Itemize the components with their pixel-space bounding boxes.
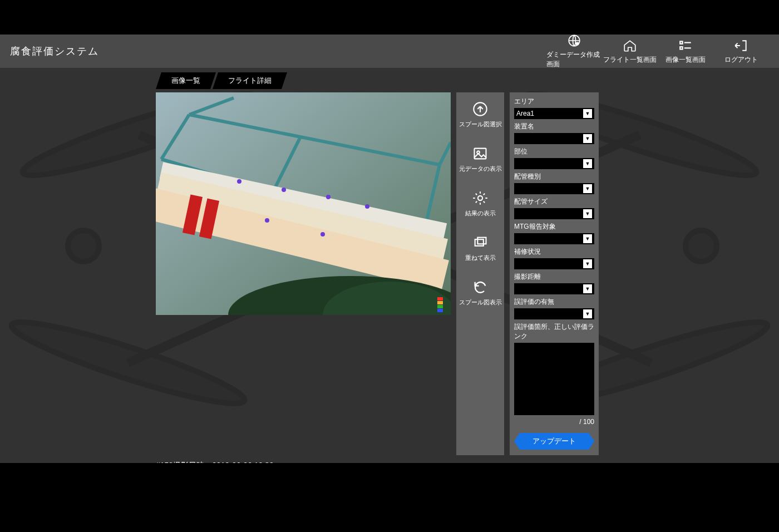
undo-icon — [472, 279, 488, 295]
nav-dummy-data[interactable]: ダミーデータ作成画面 — [546, 35, 602, 69]
action-spool-display[interactable]: スプール図表示 — [456, 270, 504, 315]
inspection-image[interactable] — [156, 92, 451, 315]
label-misrank-note: 誤評価箇所、正しい評価ランク — [514, 322, 594, 341]
label-shoot-distance: 撮影距離 — [514, 272, 594, 282]
label-has-misrank: 誤評価の有無 — [514, 297, 594, 307]
logout-icon — [734, 38, 748, 53]
svg-point-26 — [321, 232, 325, 237]
chevron-down-icon: ▼ — [583, 109, 592, 118]
gear-icon — [472, 190, 488, 206]
select-mtg-target[interactable]: ▼ — [514, 233, 594, 244]
tab-flight-detail[interactable]: フライト詳細 — [213, 72, 287, 89]
label-part: 部位 — [514, 147, 594, 156]
nav-image-list[interactable]: 画像一覧画面 — [658, 38, 713, 65]
label-mtg-target: MTG報告対象 — [514, 222, 594, 231]
app-header: 腐食評価システム ダミーデータ作成画面 フライト一覧画面 画像一覧画面 ログアウ… — [0, 35, 779, 68]
image-action-toolbar: スプール図選択 元データの表示 結果の表示 重ねて表示 スプール図表示 — [456, 92, 504, 455]
label-pipe-type: 配管種別 — [514, 172, 594, 181]
action-overlay[interactable]: 重ねて表示 — [456, 226, 504, 270]
home-icon — [623, 38, 637, 53]
label-repair-status: 補修状況 — [514, 247, 594, 257]
select-part[interactable]: ▼ — [514, 158, 594, 169]
select-area[interactable]: Area1▼ — [514, 108, 594, 119]
update-button[interactable]: アップデート — [514, 433, 594, 450]
meta-shoot-datetime: #159撮影日時：2019-06-06 10:30 — [156, 461, 773, 463]
chevron-down-icon: ▼ — [583, 284, 592, 293]
label-pipe-size: 配管サイズ — [514, 197, 594, 206]
svg-rect-14 — [680, 41, 682, 43]
chevron-down-icon: ▼ — [583, 259, 592, 268]
select-repair-status[interactable]: ▼ — [514, 258, 594, 269]
svg-point-22 — [282, 188, 286, 192]
label-equipment: 装置名 — [514, 122, 594, 131]
select-equipment[interactable]: ▼ — [514, 133, 594, 144]
chevron-down-icon: ▼ — [583, 234, 592, 243]
svg-rect-38 — [477, 237, 486, 244]
nav-logout[interactable]: ログアウト — [713, 38, 769, 65]
svg-rect-37 — [475, 239, 484, 246]
chevron-down-icon: ▼ — [583, 184, 592, 193]
note-char-count: / 100 — [514, 418, 594, 426]
image-icon — [472, 146, 488, 161]
svg-rect-29 — [437, 297, 443, 301]
svg-rect-30 — [437, 301, 443, 304]
view-tabs: 画像一覧 フライト詳細 — [156, 72, 773, 89]
layers-icon — [472, 235, 488, 250]
svg-rect-34 — [475, 148, 486, 159]
select-pipe-size[interactable]: ▼ — [514, 208, 594, 219]
svg-rect-15 — [680, 47, 682, 49]
action-show-original[interactable]: 元データの表示 — [456, 137, 504, 181]
app-title: 腐食評価システム — [10, 45, 99, 58]
action-spool-select[interactable]: スプール図選択 — [456, 92, 504, 137]
select-shoot-distance[interactable]: ▼ — [514, 283, 594, 294]
detail-form: エリア Area1▼ 装置名 ▼ 部位 ▼ 配管種別 ▼ 配管サイズ ▼ MTG… — [510, 92, 599, 455]
select-has-misrank[interactable]: ▼ — [514, 308, 594, 319]
svg-rect-32 — [437, 309, 443, 312]
svg-point-13 — [576, 42, 578, 45]
upload-icon — [472, 101, 488, 117]
svg-point-23 — [326, 195, 331, 199]
chevron-down-icon: ▼ — [583, 159, 592, 168]
label-area: エリア — [514, 97, 594, 106]
list-icon — [678, 38, 693, 53]
tab-image-list[interactable]: 画像一覧 — [156, 72, 216, 89]
svg-rect-31 — [437, 305, 443, 308]
chevron-down-icon: ▼ — [583, 309, 592, 318]
svg-point-36 — [478, 195, 482, 200]
svg-point-25 — [265, 218, 269, 223]
globe-icon — [567, 35, 581, 48]
select-pipe-type[interactable]: ▼ — [514, 183, 594, 194]
nav-flight-list[interactable]: フライト一覧画面 — [602, 38, 658, 65]
svg-point-21 — [237, 179, 241, 184]
chevron-down-icon: ▼ — [583, 209, 592, 218]
textarea-misrank-note[interactable] — [514, 343, 594, 415]
svg-point-24 — [365, 204, 369, 209]
chevron-down-icon: ▼ — [583, 134, 592, 143]
action-show-result[interactable]: 結果の表示 — [456, 181, 504, 226]
